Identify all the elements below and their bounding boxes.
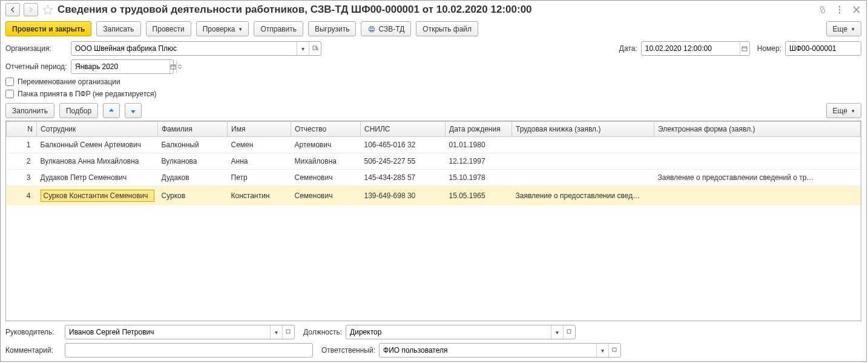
cell-book[interactable] xyxy=(512,170,654,186)
table-row[interactable]: 2Вулканова Анна МихайловнаВулкановаАннаМ… xyxy=(7,153,861,170)
cell-n[interactable]: 2 xyxy=(7,153,37,170)
cell-mid[interactable]: Семенович xyxy=(291,170,361,186)
accepted-pfr-checkbox[interactable] xyxy=(5,90,14,98)
date-field[interactable] xyxy=(642,42,740,55)
col-snils[interactable]: СНИЛС xyxy=(361,122,446,137)
col-firstname[interactable]: Имя xyxy=(228,122,291,137)
cell-eform[interactable] xyxy=(654,137,861,153)
kebab-menu-icon[interactable] xyxy=(835,5,844,15)
cell-n[interactable]: 4 xyxy=(7,186,37,206)
cell-birth[interactable]: 15.05.1965 xyxy=(446,186,512,206)
cell-first[interactable]: Петр xyxy=(228,170,291,186)
cell-last[interactable]: Сурков xyxy=(158,186,228,206)
dropdown-icon[interactable]: ▾ xyxy=(270,325,282,339)
organization-label: Организация: xyxy=(5,44,67,53)
col-employee[interactable]: Сотрудник xyxy=(37,122,158,137)
cell-book[interactable] xyxy=(512,153,654,170)
cell-first[interactable]: Семен xyxy=(228,137,291,153)
cell-mid[interactable]: Артемович xyxy=(291,137,361,153)
dropdown-icon[interactable]: ▾ xyxy=(596,344,608,357)
nav-forward-button[interactable] xyxy=(24,3,38,16)
spinner-icon[interactable] xyxy=(176,60,183,73)
pick-button[interactable]: Подбор xyxy=(59,103,98,118)
cell-last[interactable]: Балконный xyxy=(158,137,228,153)
responsible-field[interactable] xyxy=(380,344,596,357)
organization-input[interactable]: ▾ xyxy=(71,41,321,56)
cell-eform[interactable]: Заявление о предоставлении сведений о тр… xyxy=(654,170,861,186)
cell-n[interactable]: 3 xyxy=(7,170,37,186)
cell-last[interactable]: Дудаков xyxy=(158,170,228,186)
move-down-button[interactable] xyxy=(125,103,142,118)
move-up-button[interactable] xyxy=(103,103,120,118)
cell-emp[interactable]: Вулканова Анна Михайловна xyxy=(37,153,158,170)
open-ref-icon[interactable] xyxy=(608,344,620,357)
dropdown-icon[interactable]: ▾ xyxy=(551,325,563,339)
post-and-close-button[interactable]: Провести и закрыть xyxy=(5,21,91,36)
favorite-star-icon[interactable] xyxy=(42,4,54,16)
link-icon[interactable] xyxy=(818,5,827,15)
col-middlename[interactable]: Отчество xyxy=(291,122,361,137)
check-button[interactable]: Проверка▾ xyxy=(196,21,249,36)
head-input[interactable]: ▾ xyxy=(65,325,295,339)
col-eform[interactable]: Электронная форма (заявл.) xyxy=(654,122,861,137)
position-input[interactable]: ▾ xyxy=(346,325,576,339)
table-row[interactable]: 4Сурков Константин СеменовичСурковКонста… xyxy=(7,186,861,206)
col-lastname[interactable]: Фамилия xyxy=(158,122,228,137)
post-button[interactable]: Провести xyxy=(146,21,191,36)
comment-field[interactable] xyxy=(65,344,312,357)
organization-field[interactable] xyxy=(71,42,297,55)
period-input[interactable] xyxy=(71,59,174,74)
period-field[interactable] xyxy=(71,60,169,73)
cell-birth[interactable]: 01.01.1980 xyxy=(446,137,512,153)
cell-last[interactable]: Вулканова xyxy=(158,153,228,170)
save-button[interactable]: Записать xyxy=(96,21,140,36)
responsible-input[interactable]: ▾ xyxy=(379,343,621,358)
close-icon[interactable] xyxy=(852,5,861,15)
cell-snils[interactable]: 139-649-698 30 xyxy=(361,186,446,206)
table-row[interactable]: 3Дудаков Петр СеменовичДудаковПетрСемено… xyxy=(7,170,861,186)
cell-book[interactable]: Заявление о предоставлении свед… xyxy=(512,186,654,206)
cell-emp[interactable]: Балконный Семен Артемович xyxy=(37,137,158,153)
export-button[interactable]: Выгрузить xyxy=(308,21,357,36)
number-input[interactable] xyxy=(785,41,861,56)
cell-eform[interactable] xyxy=(654,186,861,206)
rename-org-checkbox[interactable] xyxy=(5,78,14,86)
more-button[interactable]: Еще▾ xyxy=(826,21,861,36)
calendar-icon[interactable] xyxy=(169,60,176,73)
col-birthdate[interactable]: Дата рождения xyxy=(446,122,512,137)
cell-n[interactable]: 1 xyxy=(7,137,37,153)
table-row[interactable]: 1Балконный Семен АртемовичБалконныйСемен… xyxy=(7,137,861,153)
cell-book[interactable] xyxy=(512,137,654,153)
cell-birth[interactable]: 15.10.1978 xyxy=(446,170,512,186)
col-workbook[interactable]: Трудовая книжка (заявл.) xyxy=(512,122,654,137)
date-input[interactable] xyxy=(641,41,750,56)
dropdown-icon[interactable]: ▾ xyxy=(297,42,309,55)
comment-input[interactable] xyxy=(65,343,313,358)
selected-employee-box[interactable]: Сурков Константин Семенович xyxy=(41,190,154,202)
cell-eform[interactable] xyxy=(654,153,861,170)
number-field[interactable] xyxy=(786,42,868,55)
cell-snils[interactable]: 106-465-016 32 xyxy=(361,137,446,153)
cell-mid[interactable]: Михайловна xyxy=(291,153,361,170)
cell-birth[interactable]: 12.12.1997 xyxy=(446,153,512,170)
cell-first[interactable]: Константин xyxy=(228,186,291,206)
cell-snils[interactable]: 506-245-227 55 xyxy=(361,153,446,170)
cell-emp[interactable]: Дудаков Петр Семенович xyxy=(37,170,158,186)
szvtd-button[interactable]: СЗВ-ТД xyxy=(361,21,411,36)
fill-button[interactable]: Заполнить xyxy=(5,103,54,118)
col-n[interactable]: N xyxy=(7,122,37,137)
position-field[interactable] xyxy=(346,325,551,339)
open-file-button[interactable]: Открыть файл xyxy=(416,21,478,36)
cell-snils[interactable]: 145-434-285 57 xyxy=(361,170,446,186)
open-ref-icon[interactable] xyxy=(282,325,294,339)
cell-emp[interactable]: Сурков Константин Семенович xyxy=(37,186,158,206)
calendar-icon[interactable] xyxy=(740,42,749,55)
head-field[interactable] xyxy=(65,325,270,339)
cell-mid[interactable]: Семенович xyxy=(291,186,361,206)
table-more-button[interactable]: Еще▾ xyxy=(826,103,861,118)
open-ref-icon[interactable] xyxy=(563,325,575,339)
cell-first[interactable]: Анна xyxy=(228,153,291,170)
open-ref-icon[interactable] xyxy=(309,42,321,55)
nav-back-button[interactable] xyxy=(5,3,20,16)
send-button[interactable]: Отправить xyxy=(254,21,303,36)
